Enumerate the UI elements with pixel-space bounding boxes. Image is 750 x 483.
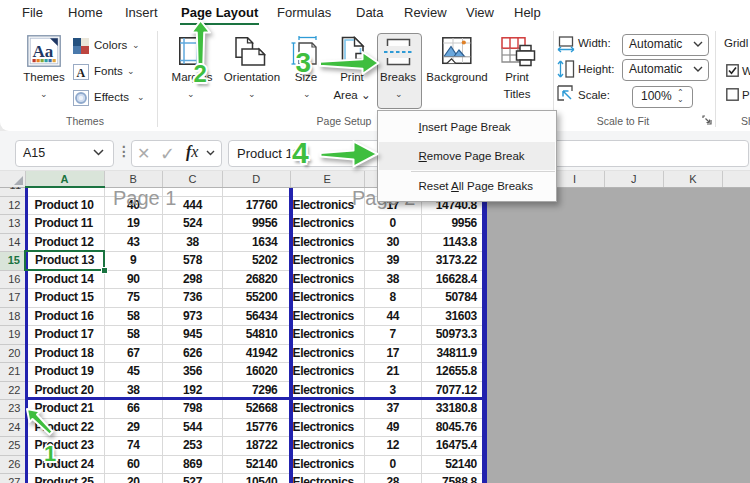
svg-text:A: A — [76, 66, 85, 80]
svg-text:Aa: Aa — [33, 42, 54, 61]
